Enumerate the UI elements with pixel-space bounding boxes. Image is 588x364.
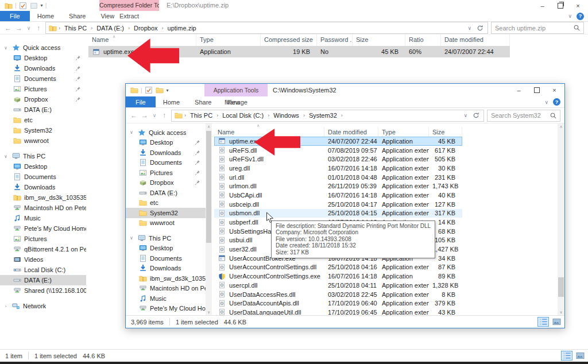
search-box[interactable] bbox=[491, 22, 584, 34]
file-row[interactable]: usbmon.dll25/10/2018 04:15Application ex… bbox=[214, 209, 462, 218]
sidebar-item-pete-s-my-cloud-home-on-p[interactable]: Pete's My Cloud Home on P bbox=[0, 223, 86, 234]
file-row[interactable]: UserDataAccountApis.dll17/10/2019 06:40A… bbox=[214, 299, 462, 308]
sidebar-item-macintosh-hd-on-petes-mac[interactable]: Macintosh HD on Petes-Mac bbox=[0, 203, 86, 213]
back-nav-icon[interactable]: ← bbox=[4, 24, 12, 32]
chevron-down-icon[interactable]: ∨ bbox=[3, 154, 9, 159]
sidebar-item-ibm-sw-ds3k-10353540-w[interactable]: ibm_sw_ds3k_10353540_w bbox=[126, 273, 206, 284]
file-row[interactable]: ureg.dll16/07/2016 14:18Application exte… bbox=[214, 164, 462, 173]
sidebar-item-videos[interactable]: Videos bbox=[0, 254, 86, 265]
file-row[interactable]: uReFSv1.dll03/02/2018 22:46Application e… bbox=[214, 154, 462, 164]
column-header-size[interactable]: Size bbox=[353, 34, 405, 46]
tab-file[interactable]: File bbox=[126, 96, 156, 107]
file-row[interactable]: usbceip.dll25/10/2018 04:17Application e… bbox=[214, 200, 462, 209]
breadcrumb-item-system32[interactable]: System32 bbox=[307, 112, 339, 119]
sidebar-item-this-pc[interactable]: ∨This PC bbox=[0, 151, 86, 161]
column-header-size[interactable]: Size bbox=[429, 127, 462, 137]
sidebar-item-wwwroot[interactable]: wwwroot bbox=[126, 218, 206, 229]
qat-customize-icon[interactable]: ▾ bbox=[41, 3, 43, 8]
chevron-down-icon[interactable]: ∨ bbox=[129, 130, 134, 135]
sidebar-item-qbittorrent-4-2-1-on-petes-ma[interactable]: qBittorrent 4.2.1 on Petes-Ma bbox=[0, 244, 86, 254]
tab-share[interactable]: Share bbox=[61, 11, 93, 21]
column-header-password[interactable]: Password ... bbox=[317, 34, 353, 46]
restore-button[interactable] bbox=[551, 0, 569, 11]
tab-file[interactable]: File bbox=[0, 11, 30, 21]
file-row[interactable]: UserAccountControlSettings.exe16/07/2016… bbox=[214, 272, 462, 281]
folder-icon[interactable] bbox=[130, 86, 138, 95]
chevron-down-icon[interactable]: ∨ bbox=[129, 235, 134, 241]
check-icon[interactable] bbox=[145, 86, 153, 95]
sidebar-item-dropbox[interactable]: Dropbox bbox=[0, 94, 86, 104]
details-view-button[interactable] bbox=[561, 351, 572, 361]
sidebar-item-desktop[interactable]: Desktop bbox=[0, 161, 86, 172]
tab-extract[interactable]: Extract bbox=[99, 11, 159, 21]
thumbnails-view-button[interactable] bbox=[551, 317, 562, 327]
back-nav-icon[interactable]: ← bbox=[130, 111, 138, 119]
sidebar-item-shared-192-168-100-253-s[interactable]: Shared (\\192.168.100.253) (S bbox=[0, 285, 86, 296]
scrollbar-thumb[interactable] bbox=[558, 277, 564, 297]
search-input[interactable] bbox=[494, 24, 572, 32]
refresh-icon[interactable] bbox=[475, 24, 484, 32]
sidebar-item-music[interactable]: Music bbox=[0, 213, 86, 223]
sidebar-item-music[interactable]: Music bbox=[126, 293, 206, 304]
up-nav-icon[interactable]: ↑ bbox=[34, 24, 42, 32]
sidebar-item-quick-access[interactable]: ∨Quick access bbox=[126, 127, 206, 138]
sidebar-item-desktop[interactable]: Desktop bbox=[126, 243, 206, 254]
tab-manage[interactable]: Manage bbox=[204, 96, 268, 107]
recent-locations-icon[interactable]: ∨ bbox=[152, 113, 157, 118]
sidebar-item-pictures[interactable]: Pictures bbox=[126, 168, 206, 178]
sidebar-item-system32[interactable]: System32 bbox=[126, 208, 206, 218]
file-row[interactable]: uReFS.dll07/08/2019 09:57Application ext… bbox=[214, 146, 462, 155]
recent-locations-icon[interactable]: ∨ bbox=[26, 25, 32, 31]
sidebar-item-ibm-sw-ds3k-10353540-wins[interactable]: ibm_sw_ds3k_10353540_wins bbox=[0, 192, 86, 203]
file-row[interactable]: UsbCApi.dll16/07/2016 14:18Application e… bbox=[214, 191, 462, 200]
scrollbar-thumb[interactable] bbox=[206, 131, 211, 243]
column-header-compressed-size[interactable]: Compressed size bbox=[261, 34, 317, 46]
help-icon[interactable]: ? bbox=[553, 98, 560, 106]
breadcrumb-item-local-disk-c[interactable]: Local Disk (C:) bbox=[220, 112, 266, 119]
column-header-type[interactable]: Type bbox=[196, 34, 261, 46]
column-header-date-modified[interactable]: Date modified bbox=[324, 127, 378, 137]
tab-home[interactable]: Home bbox=[30, 11, 61, 21]
file-row[interactable]: UserDataAccessRes.dll03/02/2018 22:45App… bbox=[214, 290, 462, 299]
address-dropdown-icon[interactable]: ∨ bbox=[467, 25, 471, 31]
breadcrumb-item-windows[interactable]: Windows bbox=[271, 112, 301, 119]
sidebar-item-quick-access[interactable]: ∨Quick access bbox=[0, 42, 86, 53]
address-box[interactable]: ›This PC›Local Disk (C:)›Windows›System3… bbox=[171, 110, 484, 122]
sidebar-item-network[interactable]: ›Network bbox=[0, 301, 86, 311]
thumbnails-view-button[interactable] bbox=[574, 351, 586, 361]
sidebar-item-documents[interactable]: Documents bbox=[0, 172, 86, 182]
sidebar-item-downloads[interactable]: Downloads bbox=[0, 182, 86, 192]
sidebar-item-documents[interactable]: Documents bbox=[0, 73, 86, 84]
file-row[interactable]: usercpl.dll25/10/2018 04:11Application e… bbox=[214, 281, 462, 290]
sidebar-item-desktop[interactable]: Desktop bbox=[0, 53, 86, 63]
sidebar-item-data-e[interactable]: DATA (E:) bbox=[0, 275, 86, 285]
refresh-icon[interactable] bbox=[471, 111, 480, 120]
sidebar-scrollbar[interactable]: ∧ ∨ bbox=[206, 123, 212, 315]
column-header-name[interactable]: Name bbox=[88, 34, 196, 46]
scroll-down-icon[interactable]: ∨ bbox=[558, 309, 564, 315]
sidebar-item-downloads[interactable]: Downloads bbox=[126, 264, 206, 274]
search-input[interactable] bbox=[490, 111, 549, 119]
file-row[interactable]: url.dll01/01/2018 04:48Application exten… bbox=[214, 173, 462, 182]
file-row[interactable]: UserAccountControlSettings.dll25/10/2018… bbox=[214, 263, 462, 272]
sidebar-item-pictures[interactable]: Pictures bbox=[0, 84, 86, 94]
blank-icon[interactable] bbox=[30, 1, 38, 10]
sidebar-item-dropbox[interactable]: Dropbox bbox=[126, 178, 206, 188]
file-row[interactable]: uptime.exe24/07/2007 22:44Application45 … bbox=[214, 137, 462, 146]
column-header-ratio[interactable]: Ratio bbox=[405, 34, 441, 46]
minimize-button[interactable]: – bbox=[533, 0, 551, 11]
help-icon[interactable]: ? bbox=[577, 13, 584, 20]
maximize-button[interactable] bbox=[528, 84, 546, 96]
details-view-button[interactable] bbox=[537, 317, 549, 327]
sidebar-item-local-disk-c[interactable]: Local Disk (C:) bbox=[0, 265, 86, 275]
qat-customize-icon[interactable]: ▾ bbox=[167, 88, 169, 93]
sidebar-item-downloads[interactable]: Downloads bbox=[0, 63, 86, 73]
sidebar-item-pictures[interactable]: Pictures bbox=[0, 234, 86, 244]
forward-nav-icon[interactable]: → bbox=[141, 111, 149, 119]
address-dropdown-icon[interactable]: ∨ bbox=[463, 113, 467, 118]
sidebar-item-desktop[interactable]: Desktop bbox=[126, 138, 206, 148]
minimize-button[interactable]: – bbox=[510, 84, 528, 96]
close-button[interactable]: × bbox=[569, 0, 587, 11]
breadcrumb-item-dropbox[interactable]: Dropbox bbox=[131, 25, 160, 32]
up-nav-icon[interactable]: ↑ bbox=[160, 111, 168, 119]
